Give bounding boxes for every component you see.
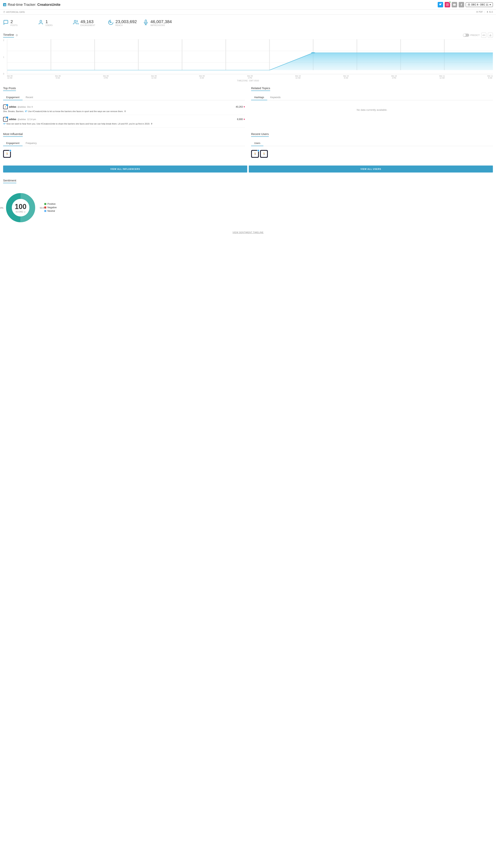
post-item: 🏃 ✓ adidas @adidas 12:14 pm 8,900 ♥ 💎 No… <box>3 115 245 127</box>
sentiment-score-label: SCORE <box>16 211 23 213</box>
post-text-2: 💎 Now we want to hear from you. Use #Cre… <box>3 123 245 125</box>
svg-point-28 <box>311 52 315 53</box>
tab-keywords[interactable]: Keywords <box>267 95 284 100</box>
stat-users: 1 USERS <box>38 19 73 30</box>
posts-icon <box>3 20 9 26</box>
download-icon: ⬇ <box>476 11 478 13</box>
posts-value: 2 <box>11 19 17 24</box>
chevron-down-icon: ▾ <box>490 3 491 6</box>
clock-icon: ⏱ <box>3 11 5 13</box>
adidas-avatar-2: 🏃 ✓ <box>3 117 8 122</box>
chart-wrapper: 2 1 0 <box>3 39 493 79</box>
no-data-message: No data currently available. <box>251 102 493 117</box>
sentiment-donut-container: 50.0% 100 SCORE ⓘ 50.0% <box>3 190 38 226</box>
post-text: She. Breaks. Barriers. 💎 Use #CreatorsUn… <box>3 110 245 113</box>
top-posts-title: Top Posts <box>3 86 16 91</box>
influencer-avatar-1[interactable]: 🏃 ✓ <box>3 150 11 158</box>
recent-user-avatar-2[interactable]: 🏃 <box>260 150 268 158</box>
sentiment-negative: Negative <box>44 206 57 209</box>
reach-icon <box>108 20 113 26</box>
stat-engagement: 49,163 ENGAGEMENT <box>73 19 108 30</box>
recent-users-section: Recent Users Users 🏃 ✓ 🏃 <box>250 132 493 159</box>
twitter-icon[interactable] <box>438 2 443 7</box>
most-influential-title: Most Influential <box>3 132 23 137</box>
svg-point-8 <box>40 20 42 22</box>
y-axis: 2 1 0 <box>3 39 7 79</box>
tab-inf-frequency[interactable]: Frequency <box>22 141 40 146</box>
app-header: ◀ Real-time Tracker: CreatorsUnite DEC 8… <box>0 0 496 10</box>
sentiment-right-percent: 50.0% <box>40 207 46 209</box>
post-engagement-value-2: 8,900 <box>237 118 243 120</box>
pdf-export-button[interactable]: ⬇ PDF <box>476 11 483 13</box>
heart-icon-2: ♥ <box>244 118 245 120</box>
chart-x-labels: Dec 0812 AM Dec 088 AM Dec 084 PM Dec 09… <box>7 74 493 79</box>
sentiment-title: Sentiment <box>3 179 16 183</box>
view-all-influencers-button[interactable]: VIEW ALL INFLUENCERS <box>3 165 247 173</box>
date-range-label: DEC 8 - DEC 11 <box>471 3 489 6</box>
download-icon: ⬇ <box>486 11 488 13</box>
svg-rect-4 <box>468 4 470 6</box>
toggle-knob <box>463 34 466 36</box>
related-topics-tabs: Hashtags Keywords <box>251 95 493 100</box>
view-all-users-button[interactable]: VIEW ALL USERS <box>249 165 493 173</box>
users-icon <box>38 20 44 26</box>
timeline-chart <box>7 39 493 74</box>
historical-data-link[interactable]: ⏱ HISTORICAL DATA <box>3 11 25 13</box>
sentiment-positive: Positive <box>44 203 57 205</box>
view-sentiment-timeline-button[interactable]: VIEW SENTIMENT TIMELINE <box>3 229 493 236</box>
stats-section: 2 POSTS 1 USERS 49,163 ENGAGEMENT <box>0 15 496 33</box>
xls-export-button[interactable]: ⬇ XLS <box>486 11 493 13</box>
predict-switch[interactable] <box>463 34 469 37</box>
recent-users-title: Recent Users <box>251 132 269 137</box>
tab-users[interactable]: Users <box>251 141 263 146</box>
top-posts-section: Top Posts Engagement Recent 🏃 ✓ adidas @… <box>3 86 250 128</box>
export-buttons: ⬇ PDF | ⬇ XLS <box>476 11 493 13</box>
predict-label: PREDICT <box>470 34 480 36</box>
svg-point-1 <box>447 4 448 5</box>
embed-button[interactable]: </> <box>481 33 486 38</box>
download-chart-button[interactable] <box>488 33 493 38</box>
sub-header: ⏱ HISTORICAL DATA ⬇ PDF | ⬇ XLS <box>0 10 496 15</box>
post-date: Dec 9 <box>27 106 33 108</box>
timeline-header: Timeline ⚙ PREDICT </> <box>3 33 493 38</box>
positive-label: Positive <box>47 203 56 205</box>
impressions-label: IMPRESSIONS <box>151 24 172 27</box>
stat-reach: 23,003,692 REACH <box>108 19 143 30</box>
recent-user-badge-1: ✓ <box>257 149 260 152</box>
svg-rect-0 <box>446 3 449 6</box>
collapse-button[interactable]: ◀ <box>3 3 6 6</box>
related-topics-title: Related Topics <box>251 86 270 91</box>
date-range-button[interactable]: DEC 8 - DEC 11 ▾ <box>466 2 493 7</box>
youtube-icon[interactable] <box>452 2 457 7</box>
facebook-icon[interactable] <box>459 2 464 7</box>
svg-point-2 <box>448 4 448 4</box>
engagement-icon <box>73 20 78 26</box>
influencer-verified-badge: ✓ <box>9 149 12 152</box>
positive-dot <box>44 203 46 205</box>
tab-engagement[interactable]: Engagement <box>3 95 22 100</box>
impressions-value: 46,007,384 <box>151 19 172 24</box>
recent-user-avatar-1[interactable]: 🏃 ✓ <box>251 150 259 158</box>
header-left: ◀ Real-time Tracker: CreatorsUnite <box>3 3 60 7</box>
reach-label: REACH <box>115 24 137 27</box>
svg-marker-27 <box>7 53 493 70</box>
timeline-section: Timeline ⚙ PREDICT </> 2 1 0 <box>0 33 496 86</box>
tab-recent[interactable]: Recent <box>22 95 36 100</box>
post-handle-2: @adidas <box>17 118 26 120</box>
tab-hashtags[interactable]: Hashtags <box>251 95 267 100</box>
neutral-dot <box>44 210 46 212</box>
timeline-settings-icon[interactable]: ⚙ <box>16 34 18 37</box>
tab-inf-engagement[interactable]: Engagement <box>3 141 22 146</box>
influential-tabs: Engagement Frequency <box>3 141 245 146</box>
predict-toggle[interactable]: PREDICT <box>463 34 480 37</box>
instagram-icon[interactable] <box>445 2 450 7</box>
post-username: adidas <box>9 106 16 108</box>
stat-impressions: 46,007,384 IMPRESSIONS <box>143 19 178 30</box>
reach-value: 23,003,692 <box>115 19 137 24</box>
sentiment-content: 50.0% 100 SCORE ⓘ 50.0% Positive <box>3 187 493 229</box>
related-topics-section: Related Topics Hashtags Keywords No data… <box>250 86 493 128</box>
view-all-row: VIEW ALL INFLUENCERS VIEW ALL USERS <box>0 162 496 176</box>
sentiment-score: 100 <box>15 203 27 211</box>
impressions-icon <box>143 20 149 26</box>
negative-label: Negative <box>47 206 57 209</box>
